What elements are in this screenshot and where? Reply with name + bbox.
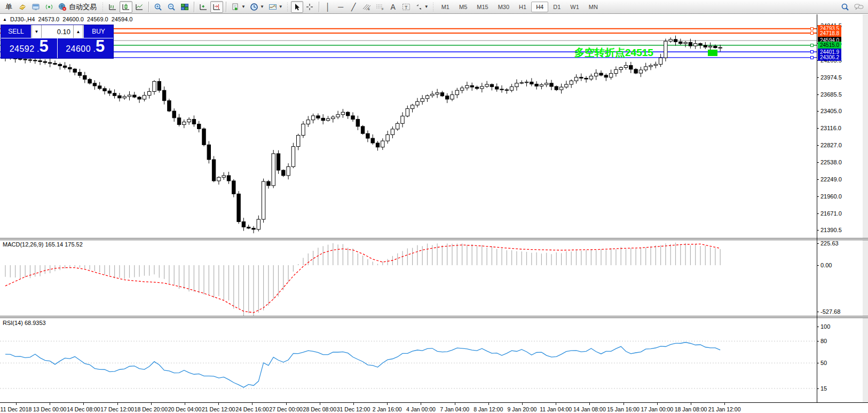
- lot-decrease-button[interactable]: ▼: [31, 25, 42, 38]
- arrows-icon: [415, 3, 423, 11]
- hline-handle[interactable]: [810, 44, 814, 47]
- time-axis-label: 28 Dec 08:00: [303, 406, 336, 412]
- price-chart-canvas[interactable]: [0, 21, 817, 238]
- time-tick: [16, 403, 17, 405]
- time-tick: [589, 403, 590, 405]
- time-axis-label: 11 Jan 04:00: [540, 406, 572, 412]
- timeframe-m30-button[interactable]: M30: [493, 2, 514, 12]
- axis-tick: [817, 230, 819, 231]
- axis-tick: [817, 363, 819, 363]
- toolbar-separator: [319, 2, 319, 12]
- signal-icon: [44, 2, 54, 12]
- timeframe-d1-button[interactable]: D1: [548, 2, 565, 12]
- chart-shift-button[interactable]: [210, 1, 223, 13]
- rsi-axis-label: 100: [820, 323, 830, 330]
- vertical-line-icon: │: [326, 3, 330, 11]
- market-watch-button[interactable]: [29, 1, 42, 13]
- time-tick: [252, 403, 252, 405]
- sell-price[interactable]: 24592 .5: [1, 38, 57, 58]
- axis-tick: [817, 265, 819, 266]
- sell-button[interactable]: SELL: [1, 25, 31, 38]
- macd-axis-label: 0.00: [820, 262, 832, 268]
- zoom-in-icon: [153, 2, 163, 12]
- timeframe-m1-button[interactable]: M1: [437, 2, 454, 12]
- chat-button[interactable]: [852, 1, 866, 13]
- time-tick: [83, 403, 84, 405]
- hline-handle[interactable]: [810, 27, 814, 30]
- line-chart-mode-button[interactable]: [133, 1, 146, 13]
- toolbar-grip: [432, 2, 435, 12]
- chart-annotation-text[interactable]: 多空转折点24515: [574, 46, 653, 60]
- time-axis-label: 14 Jan 08:00: [573, 406, 606, 412]
- zoom-out-icon: [167, 2, 176, 12]
- auto-scroll-icon: [199, 2, 208, 12]
- price-axis-label: 23974.5: [820, 74, 842, 81]
- time-axis-label: 4 Jan 00:00: [406, 406, 436, 412]
- timeframe-h1-button[interactable]: H1: [514, 2, 531, 12]
- time-axis-label: 11 Dec 2018: [1, 406, 32, 412]
- fibonacci-button[interactable]: F: [374, 1, 386, 13]
- buy-price[interactable]: 24600 .5: [58, 38, 114, 58]
- time-axis-label: 27 Dec 00:00: [269, 406, 302, 412]
- periods-button[interactable]: ▼: [248, 1, 266, 13]
- lot-increase-button[interactable]: ▲: [73, 25, 83, 38]
- hline-handle[interactable]: [810, 56, 814, 59]
- time-tick: [556, 403, 556, 405]
- text-button[interactable]: A: [387, 1, 399, 13]
- timeframe-m5-button[interactable]: M5: [454, 2, 472, 12]
- crosshair-button[interactable]: [304, 1, 316, 13]
- search-button[interactable]: [839, 1, 851, 13]
- buy-button[interactable]: BUY: [83, 25, 113, 38]
- price-axis-label: 23116.0: [820, 125, 841, 131]
- time-tick: [657, 403, 658, 405]
- rsi-canvas[interactable]: [0, 318, 817, 402]
- toolbar-grip: [102, 2, 104, 12]
- toolbar-separator: [194, 2, 194, 12]
- chart-window: ▲ DJ30-,H4 24573.0 24600.0 24569.0 24594…: [0, 14, 868, 413]
- candlestick-mode-button[interactable]: [120, 1, 132, 13]
- macd-axis-label: -527.68: [820, 308, 840, 315]
- green-rectangle-object[interactable]: [708, 50, 717, 56]
- toolbar-separator: [148, 2, 149, 12]
- history-center-button[interactable]: [16, 1, 29, 13]
- autotrading-button[interactable]: 自动交易: [56, 1, 100, 13]
- bar-chart-mode-button[interactable]: [106, 1, 119, 13]
- autotrading-icon: [58, 2, 67, 12]
- time-tick: [320, 403, 320, 405]
- horizontal-line-button[interactable]: ─: [335, 1, 347, 13]
- dropdown-arrow-icon: ▼: [424, 4, 429, 9]
- axis-tick: [817, 111, 819, 112]
- text-label-button[interactable]: T: [400, 1, 413, 13]
- new-chart-button[interactable]: ▼: [229, 1, 247, 13]
- timeframe-w1-button[interactable]: W1: [565, 2, 584, 12]
- time-axis-label: 7 Jan 04:00: [440, 406, 469, 412]
- signals-button[interactable]: [43, 1, 56, 13]
- tile-windows-button[interactable]: [178, 1, 191, 13]
- new-order-button[interactable]: 单: [2, 1, 15, 13]
- macd-canvas[interactable]: [0, 240, 817, 316]
- indicators-button[interactable]: ▼: [266, 1, 285, 13]
- price-axis-label: 21671.0: [820, 210, 842, 217]
- one-click-trading-widget: SELL ▼ 0.10 ▲ BUY 24592 .5 24600 .5: [1, 25, 114, 59]
- auto-scroll-button[interactable]: [197, 1, 210, 13]
- arrows-button[interactable]: ▼: [413, 1, 430, 13]
- trendline-button[interactable]: ╱: [348, 1, 360, 13]
- tile-windows-icon: [180, 2, 190, 12]
- timeframe-h4-button[interactable]: H4: [531, 2, 548, 12]
- axis-tick: [817, 128, 819, 129]
- price-axis-label: 22538.0: [820, 159, 842, 165]
- text-label-icon: T: [401, 3, 411, 11]
- channel-button[interactable]: E: [360, 1, 373, 13]
- hline-handle[interactable]: [810, 50, 814, 53]
- timeframe-mn-button[interactable]: MN: [584, 2, 603, 12]
- timeframe-m15-button[interactable]: M15: [472, 2, 493, 12]
- vertical-line-button[interactable]: │: [322, 1, 334, 13]
- axis-tick: [817, 145, 819, 146]
- time-tick: [117, 403, 118, 405]
- zoom-in-button[interactable]: [152, 1, 164, 13]
- hline-handle[interactable]: [810, 31, 814, 35]
- zoom-out-button[interactable]: [165, 1, 178, 13]
- time-axis[interactable]: 11 Dec 201813 Dec 00:0014 Dec 08:0017 De…: [0, 402, 868, 413]
- lot-size-input[interactable]: 0.10: [42, 25, 73, 38]
- cursor-button[interactable]: [291, 1, 303, 13]
